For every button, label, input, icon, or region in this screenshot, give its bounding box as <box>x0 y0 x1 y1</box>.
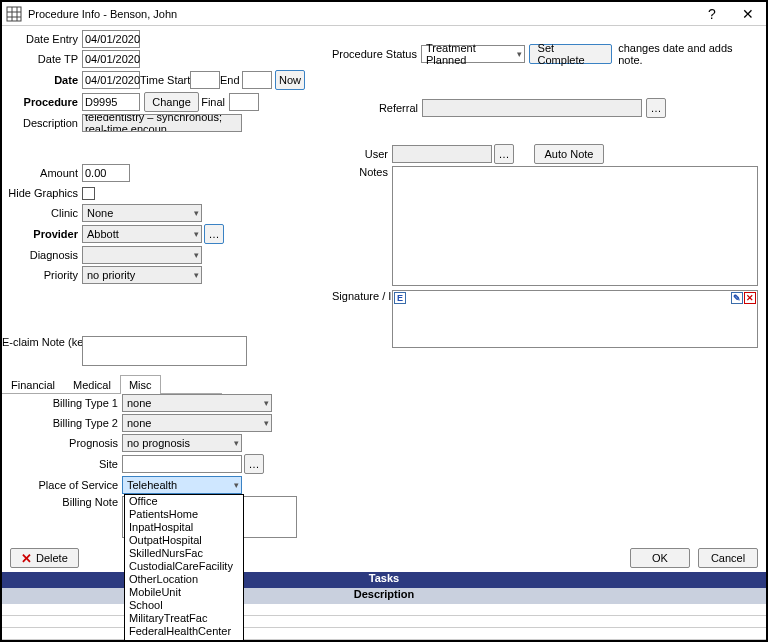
eclaim-label: E-claim Note (keep it very short) <box>2 336 82 348</box>
pos-option[interactable]: SkilledNursFac <box>125 547 243 560</box>
pos-option[interactable]: OutpatHospital <box>125 534 243 547</box>
site-browse-button[interactable]: … <box>244 454 264 474</box>
signature-field[interactable]: E ✎ ✕ <box>392 290 758 348</box>
set-complete-button[interactable]: Set Complete <box>529 44 613 64</box>
help-button[interactable]: ? <box>694 2 730 26</box>
now-button[interactable]: Now <box>275 70 305 90</box>
user-field <box>392 145 492 163</box>
prognosis-select[interactable]: no prognosis▾ <box>122 434 242 452</box>
pos-label: Place of Service <box>2 479 122 491</box>
site-field[interactable] <box>122 455 242 473</box>
pos-option[interactable]: PublicHealthClinic <box>125 638 243 642</box>
hide-graphics-checkbox[interactable] <box>82 187 95 200</box>
procedure-label: Procedure <box>2 96 82 108</box>
amount-label: Amount <box>2 167 82 179</box>
end-field[interactable] <box>242 71 272 89</box>
amount-field[interactable]: 0.00 <box>82 164 130 182</box>
final-label: Final <box>199 96 229 108</box>
date-entry-label: Date Entry <box>2 33 82 45</box>
delete-button[interactable]: ✕ Delete <box>10 548 79 568</box>
description-field: teledentistry – synchronous; real-time e… <box>82 114 242 132</box>
pos-option[interactable]: Office <box>125 495 243 508</box>
signature-e-icon[interactable]: E <box>394 292 406 304</box>
eclaim-note-field[interactable] <box>82 336 247 366</box>
description-header: Description <box>2 588 766 604</box>
user-label: User <box>332 148 392 160</box>
signature-edit-icon[interactable]: ✎ <box>731 292 743 304</box>
window-title: Procedure Info - Benson, John <box>28 8 694 20</box>
pos-option[interactable]: FederalHealthCenter <box>125 625 243 638</box>
pos-select[interactable]: Telehealth▾ <box>122 476 242 494</box>
provider-label: Provider <box>2 228 82 240</box>
pos-option[interactable]: InpatHospital <box>125 521 243 534</box>
close-button[interactable]: ✕ <box>730 2 766 26</box>
date-tp-field[interactable]: 04/01/2020 <box>82 50 140 68</box>
date-tp-label: Date TP <box>2 53 82 65</box>
referral-field <box>422 99 642 117</box>
grid-area <box>2 604 766 640</box>
clinic-label: Clinic <box>2 207 82 219</box>
hide-graphics-label: Hide Graphics <box>2 187 82 199</box>
ok-button[interactable]: OK <box>630 548 690 568</box>
pos-dropdown[interactable]: OfficePatientsHomeInpatHospitalOutpatHos… <box>124 494 244 642</box>
referral-browse-button[interactable]: … <box>646 98 666 118</box>
billing-type2-select[interactable]: none▾ <box>122 414 272 432</box>
diagnosis-select[interactable]: ▾ <box>82 246 202 264</box>
billing-note-label: Billing Note <box>2 496 122 508</box>
signature-label: Signature / Initials <box>332 290 392 302</box>
billing-type1-select[interactable]: none▾ <box>122 394 272 412</box>
cancel-button[interactable]: Cancel <box>698 548 758 568</box>
notes-field[interactable] <box>392 166 758 286</box>
pos-option[interactable]: OtherLocation <box>125 573 243 586</box>
notes-label: Notes <box>332 166 392 178</box>
priority-label: Priority <box>2 269 82 281</box>
date-label: Date <box>2 74 82 86</box>
signature-clear-icon[interactable]: ✕ <box>744 292 756 304</box>
description-label: Description <box>2 117 82 129</box>
user-browse-button[interactable]: … <box>494 144 514 164</box>
prognosis-label: Prognosis <box>2 437 122 449</box>
procedure-field[interactable]: D9995 <box>82 93 140 111</box>
time-start-label: Time Start <box>140 74 190 86</box>
tab-financial[interactable]: Financial <box>2 375 64 394</box>
svg-rect-0 <box>7 7 21 21</box>
billing-type1-label: Billing Type 1 <box>2 397 122 409</box>
tasks-header: Tasks <box>2 572 766 588</box>
proc-status-label: Procedure Status <box>332 48 421 60</box>
app-icon <box>6 6 22 22</box>
final-field[interactable] <box>229 93 259 111</box>
date-entry-field[interactable]: 04/01/2020 <box>82 30 140 48</box>
site-label: Site <box>2 458 122 470</box>
provider-select[interactable]: Abbott▾ <box>82 225 202 243</box>
diagnosis-label: Diagnosis <box>2 249 82 261</box>
end-label: End <box>220 74 242 86</box>
clinic-select[interactable]: None▾ <box>82 204 202 222</box>
priority-select[interactable]: no priority▾ <box>82 266 202 284</box>
billing-type2-label: Billing Type 2 <box>2 417 122 429</box>
change-button[interactable]: Change <box>144 92 199 112</box>
date-field[interactable]: 04/01/2020 <box>82 71 140 89</box>
tab-medical[interactable]: Medical <box>64 375 120 394</box>
proc-status-select[interactable]: Treatment Planned▾ <box>421 45 525 63</box>
pos-option[interactable]: CustodialCareFacility <box>125 560 243 573</box>
time-start-field[interactable] <box>190 71 220 89</box>
tab-misc[interactable]: Misc <box>120 375 161 394</box>
provider-browse-button[interactable]: … <box>204 224 224 244</box>
pos-option[interactable]: MobileUnit <box>125 586 243 599</box>
pos-option[interactable]: School <box>125 599 243 612</box>
pos-option[interactable]: MilitaryTreatFac <box>125 612 243 625</box>
pos-option[interactable]: PatientsHome <box>125 508 243 521</box>
auto-note-button[interactable]: Auto Note <box>534 144 604 164</box>
delete-x-icon: ✕ <box>21 551 32 566</box>
set-complete-hint: changes date and adds note. <box>618 42 758 66</box>
referral-label: Referral <box>332 102 422 114</box>
